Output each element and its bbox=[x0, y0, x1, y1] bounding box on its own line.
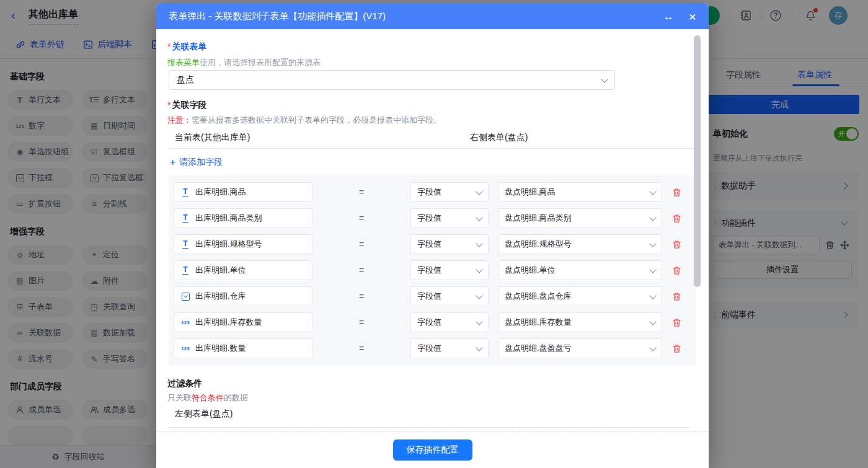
value-type-select[interactable]: 字段值 bbox=[410, 182, 489, 202]
left-field-label: 出库明细.商品 bbox=[195, 187, 246, 198]
field-mapping-row: 123出库明细.库存数量=字段值盘点明细.库存数量 bbox=[174, 312, 691, 332]
linked-form-label: *关联表单 bbox=[167, 42, 206, 53]
chevron-down-icon bbox=[476, 214, 482, 221]
report-menu-link[interactable]: 报表菜单 bbox=[167, 58, 200, 67]
text-field-icon: T bbox=[180, 266, 190, 275]
trash-icon bbox=[672, 344, 681, 353]
save-plugin-config-button[interactable]: 保存插件配置 bbox=[393, 439, 472, 461]
modal-scrollbar[interactable] bbox=[694, 35, 701, 287]
right-field-select[interactable]: 盘点明细.商品类别 bbox=[498, 208, 662, 228]
delete-row-button[interactable] bbox=[662, 318, 691, 327]
chevron-down-icon bbox=[649, 344, 656, 351]
left-field-box[interactable]: T出库明细.商品 bbox=[174, 182, 312, 202]
right-field-select[interactable]: 盘点明细.库存数量 bbox=[498, 312, 662, 332]
equals-sign: = bbox=[312, 291, 410, 301]
right-field-select[interactable]: 盘点明细.盘盈盘亏 bbox=[498, 338, 662, 358]
left-field-box[interactable]: 123出库明细.数量 bbox=[174, 338, 312, 358]
delete-row-button[interactable] bbox=[662, 188, 691, 197]
value-type-select[interactable]: 字段值 bbox=[410, 338, 489, 358]
right-field-select[interactable]: 盘点明细.规格型号 bbox=[498, 234, 662, 254]
text-field-icon: T bbox=[180, 214, 190, 223]
left-field-label: 出库明细.数量 bbox=[195, 343, 246, 354]
linked-fields-label: *关联字段 bbox=[167, 100, 206, 111]
chevron-down-icon bbox=[649, 214, 656, 221]
select-field-icon bbox=[180, 293, 190, 301]
left-field-box[interactable]: T出库明细.商品类别 bbox=[174, 208, 312, 228]
delete-row-button[interactable] bbox=[662, 240, 691, 249]
right-field-label: 盘点明细.规格型号 bbox=[505, 239, 572, 250]
chevron-down-icon bbox=[649, 292, 656, 299]
chevron-down-icon bbox=[649, 240, 656, 247]
left-field-box[interactable]: T出库明细.单位 bbox=[174, 260, 312, 280]
equals-sign: = bbox=[312, 213, 410, 223]
add-field-link[interactable]: + 请添加字段 bbox=[170, 157, 223, 168]
trash-icon bbox=[672, 214, 681, 223]
modal-footer: 保存插件配置 bbox=[156, 431, 709, 468]
value-type-select[interactable]: 字段值 bbox=[410, 208, 489, 228]
delete-row-button[interactable] bbox=[662, 266, 691, 275]
value-type-label: 字段值 bbox=[417, 213, 441, 224]
field-mapping-row: 出库明细.仓库=字段值盘点明细.盘点仓库 bbox=[174, 286, 691, 306]
expand-icon[interactable]: ↔ bbox=[663, 11, 674, 22]
delete-row-button[interactable] bbox=[662, 214, 691, 223]
filter-desc: 只关联符合条件的数据 bbox=[167, 392, 248, 404]
value-type-select[interactable]: 字段值 bbox=[410, 260, 489, 280]
value-type-label: 字段值 bbox=[417, 317, 441, 328]
divider bbox=[169, 148, 694, 149]
field-mapping-row: T出库明细.商品=字段值盘点明细.商品 bbox=[174, 182, 691, 202]
app: ‹ 其他出库单 存 表单外链 后端脚本 预览 保存 基础字段T单行文本T☰多行文… bbox=[0, 0, 868, 468]
filter-left-form: 左侧表单(盘点) bbox=[169, 408, 689, 428]
trash-icon bbox=[672, 240, 681, 249]
equals-sign: = bbox=[312, 317, 410, 327]
right-field-select[interactable]: 盘点明细.盘点仓库 bbox=[498, 286, 662, 306]
right-field-label: 盘点明细.商品 bbox=[505, 187, 556, 198]
right-field-label: 盘点明细.单位 bbox=[505, 265, 556, 276]
value-type-label: 字段值 bbox=[417, 239, 441, 250]
close-icon[interactable]: × bbox=[689, 10, 696, 23]
linked-form-desc: 报表菜单使用，请选择报表所配置的来源表 bbox=[167, 57, 321, 68]
field-mapping-row: 123出库明细.数量=字段值盘点明细.盘盈盘亏 bbox=[174, 338, 691, 358]
delete-row-button[interactable] bbox=[662, 344, 691, 353]
left-field-box[interactable]: T出库明细.规格型号 bbox=[174, 234, 312, 254]
chevron-down-icon bbox=[476, 188, 482, 195]
linked-fields-note: 注意：需要从报表多选数据中关联到子表单的字段，必须是报表中添加字段。 bbox=[167, 115, 441, 126]
right-field-select[interactable]: 盘点明细.商品 bbox=[498, 182, 662, 202]
right-field-label: 盘点明细.盘盈盘亏 bbox=[505, 343, 572, 354]
right-field-select[interactable]: 盘点明细.单位 bbox=[498, 260, 662, 280]
value-type-select[interactable]: 字段值 bbox=[410, 234, 489, 254]
linked-form-select[interactable]: 盘点 bbox=[169, 70, 615, 90]
left-field-box[interactable]: 123出库明细.库存数量 bbox=[174, 312, 312, 332]
trash-icon bbox=[672, 266, 681, 275]
field-mapping-row: T出库明细.商品类别=字段值盘点明细.商品类别 bbox=[174, 208, 691, 228]
equals-sign: = bbox=[312, 187, 410, 197]
chevron-down-icon bbox=[476, 292, 482, 299]
trash-icon bbox=[672, 292, 681, 301]
filter-condition-link[interactable]: 符合条件 bbox=[192, 393, 224, 402]
value-type-label: 字段值 bbox=[417, 343, 441, 354]
column-header-left: 当前表(其他出库单) bbox=[175, 132, 250, 143]
trash-icon bbox=[672, 188, 681, 197]
value-type-select[interactable]: 字段值 bbox=[410, 312, 489, 332]
text-field-icon: T bbox=[180, 240, 190, 249]
chevron-down-icon bbox=[649, 318, 656, 325]
modal-title: 表单弹出 - 关联数据到子表单【功能插件配置】(V17) bbox=[169, 11, 386, 22]
value-type-select[interactable]: 字段值 bbox=[410, 286, 489, 306]
chevron-down-icon bbox=[476, 344, 482, 351]
right-field-label: 盘点明细.商品类别 bbox=[505, 213, 572, 224]
modal-body: *关联表单 报表菜单使用，请选择报表所配置的来源表 盘点 *关联字段 注意：需要… bbox=[156, 29, 709, 468]
field-mapping-row: T出库明细.规格型号=字段值盘点明细.规格型号 bbox=[174, 234, 691, 254]
number-field-icon: 123 bbox=[180, 346, 190, 351]
equals-sign: = bbox=[312, 239, 410, 249]
column-header-right: 右侧表单(盘点) bbox=[470, 132, 528, 143]
chevron-down-icon bbox=[649, 266, 656, 273]
left-field-label: 出库明细.库存数量 bbox=[195, 317, 262, 328]
equals-sign: = bbox=[312, 343, 410, 353]
chevron-down-icon bbox=[476, 318, 482, 325]
delete-row-button[interactable] bbox=[662, 292, 691, 301]
value-type-label: 字段值 bbox=[417, 187, 441, 198]
field-mapping-list: T出库明细.商品=字段值盘点明细.商品T出库明细.商品类别=字段值盘点明细.商品… bbox=[169, 175, 696, 365]
left-field-box[interactable]: 出库明细.仓库 bbox=[174, 286, 312, 306]
modal-header: 表单弹出 - 关联数据到子表单【功能插件配置】(V17) ↔ × bbox=[156, 3, 709, 29]
plus-icon: + bbox=[170, 157, 175, 168]
left-field-label: 出库明细.仓库 bbox=[195, 291, 246, 302]
